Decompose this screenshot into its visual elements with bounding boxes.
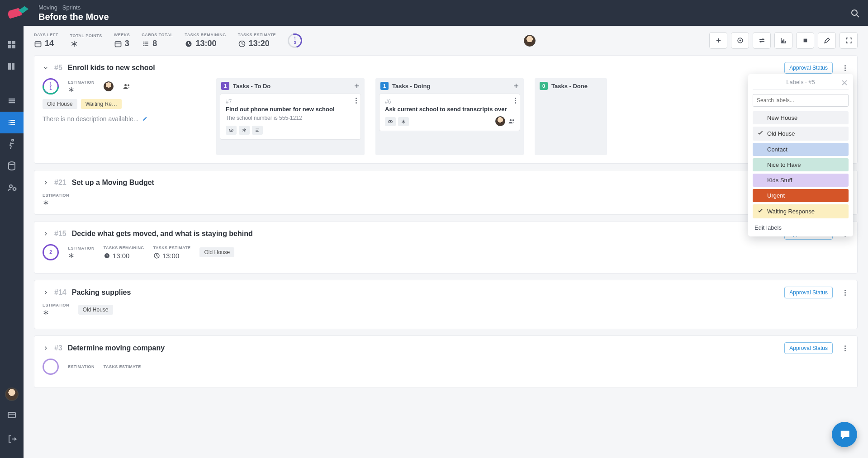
story-menu-button[interactable] (841, 288, 849, 297)
lane-add-button[interactable] (512, 82, 520, 90)
story-title[interactable]: Set up a Moving Budget (72, 179, 154, 187)
label-option-kids-stuff[interactable]: Kids Stuff (753, 174, 849, 187)
progress-dial: 13 (288, 33, 302, 48)
task-card-6[interactable]: #6 Ask current school to send transcript… (379, 94, 520, 131)
task-menu-button[interactable] (356, 98, 357, 104)
lane-done: 0 Tasks - Done (535, 78, 607, 155)
asterisk-icon (70, 40, 78, 48)
page-title: Before the Move (38, 12, 109, 22)
add-people-icon[interactable] (508, 118, 515, 125)
chevron-right-icon[interactable] (43, 179, 49, 186)
estimation-stat: ESTIMATION (43, 303, 69, 316)
tasks-estimate-stat: TASKS ESTIMATE 13:00 (153, 246, 191, 260)
lane-count: 0 (540, 82, 548, 90)
estimation-stat: ESTIMATION (68, 364, 95, 369)
nav-boards[interactable] (0, 56, 24, 77)
edit-labels-link[interactable]: Edit labels (753, 221, 849, 232)
calendar-icon (114, 40, 122, 48)
label-chip-waiting[interactable]: Waiting Re… (81, 99, 122, 109)
story-menu-button[interactable] (841, 64, 849, 72)
story-title[interactable]: Enroll kids to new school (68, 64, 155, 72)
story-title[interactable]: Decide what gets moved, and what is stay… (72, 230, 253, 238)
stop-button[interactable] (796, 32, 814, 49)
estimation-stat: ESTIMATION (68, 80, 95, 93)
lane-count: 1 (221, 82, 229, 90)
add-button[interactable] (709, 32, 727, 49)
task-desc: The school number is 555-1212 (226, 115, 355, 121)
reports-button[interactable] (774, 32, 792, 49)
points-ring: 2 (43, 244, 59, 260)
chevron-down-icon[interactable] (43, 65, 49, 71)
points-icon[interactable] (239, 126, 250, 135)
approval-status-button[interactable]: Approval Status (784, 287, 833, 298)
label-chip-old-house[interactable]: Old House (199, 247, 234, 257)
nav-data[interactable] (0, 155, 24, 177)
desc-icon[interactable] (252, 126, 263, 135)
label-chips: Old House Waiting Re… (43, 99, 205, 109)
task-title: Find out phone number for new school (226, 106, 355, 113)
close-icon[interactable] (840, 79, 849, 87)
nav-users[interactable] (0, 177, 24, 198)
label-search-input[interactable] (753, 94, 849, 107)
assignee-avatar[interactable] (524, 35, 536, 47)
story-menu-button[interactable] (841, 344, 849, 352)
label-option-old-house[interactable]: Old House (753, 127, 849, 141)
description-placeholder: There is no description available... (43, 115, 205, 123)
label-option-new-house[interactable]: New House (753, 111, 849, 124)
approval-status-button[interactable]: Approval Status (784, 342, 833, 354)
story-number: #5 (54, 64, 62, 72)
story-number: #14 (54, 288, 66, 297)
nav-list-active[interactable] (0, 112, 24, 133)
nav-logout[interactable] (0, 428, 24, 450)
task-assignee-avatar[interactable] (495, 116, 505, 126)
nav-sprints[interactable] (0, 133, 24, 155)
breadcrumb[interactable]: Moving · Sprints (38, 4, 109, 11)
story-assignee-avatar[interactable] (104, 81, 114, 91)
label-option-contact[interactable]: Contact (753, 143, 849, 156)
chat-fab[interactable] (832, 422, 857, 447)
stat-cards-total: CARDS TOTAL 8 (142, 33, 173, 48)
chevron-right-icon[interactable] (43, 345, 49, 351)
chevron-right-icon[interactable] (43, 231, 49, 237)
label-option-waiting-response[interactable]: Waiting Response (753, 204, 849, 218)
plus-icon (715, 37, 722, 44)
task-card-7[interactable]: #7 Find out phone number for new school … (220, 94, 361, 140)
label-option-nice-to-have[interactable]: Nice to Have (753, 158, 849, 171)
story-title[interactable]: Packing supplies (72, 288, 131, 297)
label-chip-old-house[interactable]: Old House (43, 99, 77, 109)
nav-dashboard[interactable] (0, 34, 24, 56)
main-content: DAYS LEFT 14 TOTAL POINTS WEEKS 3 CARDS … (24, 26, 868, 458)
nav-billing[interactable] (0, 404, 24, 425)
top-bar: Moving · Sprints Before the Move (0, 0, 868, 26)
list-icon (142, 40, 150, 48)
story-number: #21 (54, 179, 66, 187)
edit-button[interactable] (818, 32, 836, 49)
approval-status-button[interactable]: Approval Status (784, 62, 833, 74)
pencil-icon[interactable] (142, 116, 148, 122)
story-number: #15 (54, 230, 66, 238)
check-icon (757, 208, 764, 214)
add-people-icon[interactable] (123, 82, 131, 90)
swap-button[interactable] (753, 32, 771, 49)
lane-count: 1 (380, 82, 389, 90)
points-icon[interactable] (398, 117, 409, 126)
action-buttons (709, 32, 858, 49)
asterisk-icon (68, 86, 75, 93)
clock-filled-icon (104, 252, 110, 259)
label-option-urgent[interactable]: Urgent (753, 189, 849, 202)
chevron-right-icon[interactable] (43, 289, 49, 296)
lane-todo: 1 Tasks - To Do #7 Find out phone number… (216, 78, 365, 155)
story-title[interactable]: Determine moving company (68, 344, 165, 352)
user-avatar[interactable] (5, 387, 19, 401)
watch-icon[interactable] (385, 117, 396, 126)
search-icon[interactable] (850, 8, 860, 18)
focus-button[interactable] (731, 32, 749, 49)
task-menu-button[interactable] (515, 98, 516, 104)
lane-add-button[interactable] (353, 82, 361, 90)
fullscreen-button[interactable] (840, 32, 858, 49)
nav-lines[interactable] (0, 90, 24, 112)
stop-icon (802, 37, 809, 44)
watch-icon[interactable] (226, 126, 237, 135)
label-chip-old-house[interactable]: Old House (78, 305, 113, 315)
asterisk-icon (68, 252, 75, 259)
